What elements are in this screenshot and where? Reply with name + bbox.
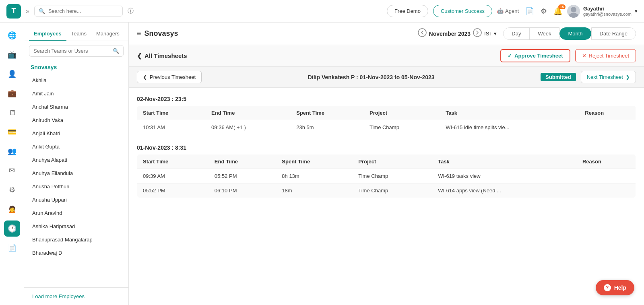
user-list-item[interactable]: Amit Jain: [24, 87, 128, 100]
search-input[interactable]: [48, 8, 118, 14]
svg-point-2: [418, 29, 426, 37]
back-icon: ❮: [137, 52, 142, 60]
next-icon: ❯: [625, 74, 630, 80]
prev-icon: ❮: [143, 74, 147, 80]
prev-timesheet-button[interactable]: ❮ Previous Timesheet: [137, 71, 202, 83]
table-cell-reason: [579, 120, 636, 135]
customer-success-button[interactable]: Customer Success: [433, 5, 492, 17]
sidebar-item-doc[interactable]: 📄: [4, 240, 20, 256]
next-timesheet-button[interactable]: Next Timesheet ❯: [581, 71, 636, 83]
day-label: 02-Nov-2023 : 23:5: [137, 96, 636, 102]
tab-day[interactable]: Day: [503, 27, 529, 40]
load-more-button[interactable]: Load more Employees: [24, 287, 128, 305]
sidebar-item-settings[interactable]: ⚙: [4, 182, 20, 198]
user-sidebar: Employees Teams Managers 🔍 Snovasys Akhi…: [24, 23, 129, 305]
sidebar-item-person[interactable]: 🙍: [4, 201, 20, 217]
table-cell-task: WI-614 apps view (Need ...: [432, 183, 577, 198]
user-search-icon: 🔍: [113, 48, 119, 54]
user-list-item[interactable]: Ashika Hariprasad: [24, 220, 128, 233]
team-label: Snovasys: [24, 61, 128, 74]
timesheet-header: ≡ Snovasys November 2023 IST ▾ Day We: [129, 23, 644, 45]
all-timesheets-link[interactable]: ❮ All Timesheets: [137, 52, 187, 60]
user-dropdown-icon[interactable]: ▾: [635, 8, 638, 14]
table-cell-reason: [577, 183, 636, 198]
brand: ≡ Snovasys: [137, 29, 178, 38]
timezone[interactable]: IST ▾: [484, 31, 497, 37]
timesheet-title: Dilip Venkatesh P : 01-Nov-2023 to 05-No…: [206, 74, 536, 80]
next-month-button[interactable]: [473, 28, 482, 39]
table-header: Project: [364, 106, 440, 120]
sidebar-item-card[interactable]: 💳: [4, 124, 20, 140]
sidebar-item-team[interactable]: 👥: [4, 143, 20, 159]
info-icon[interactable]: ⓘ: [128, 7, 134, 15]
user-list: AkhilaAmit JainAnchal SharmaAnirudh Vaka…: [24, 74, 128, 287]
brand-name: Snovasys: [144, 29, 178, 38]
table-cell-project: Time Champ: [353, 169, 432, 183]
day-label: 01-Nov-2023 : 8:31: [137, 144, 636, 151]
check-icon: ✓: [508, 53, 512, 59]
status-badge: Submitted: [541, 73, 576, 81]
table-header: Start Time: [137, 106, 206, 120]
help-button[interactable]: ? Help: [596, 280, 634, 295]
user-list-item[interactable]: Anjali Khatri: [24, 127, 128, 140]
table-row: 05:52 PM06:10 PM18mTime ChampWI-614 apps…: [137, 183, 636, 198]
user-list-item[interactable]: Akhila: [24, 74, 128, 87]
table-header: End Time: [209, 155, 277, 169]
agent-button[interactable]: 🤖 Agent: [497, 8, 519, 14]
user-list-item[interactable]: Anuhya Alapati: [24, 153, 128, 167]
agent-icon: 🤖: [497, 8, 504, 14]
hamburger-icon[interactable]: ≡: [137, 29, 141, 38]
expand-icon[interactable]: »: [26, 8, 29, 15]
user-menu[interactable]: Gayathri gayathri@snovasys.com ▾: [567, 5, 638, 18]
tab-teams[interactable]: Teams: [66, 27, 91, 41]
current-month: November 2023: [429, 31, 471, 37]
sidebar-item-monitor[interactable]: 🖥: [4, 105, 20, 121]
main-content: ≡ Snovasys November 2023 IST ▾ Day We: [129, 23, 644, 305]
user-search-input[interactable]: [33, 48, 110, 54]
sidebar-item-mail[interactable]: ✉: [4, 163, 20, 179]
tab-week[interactable]: Week: [529, 27, 559, 40]
tab-employees[interactable]: Employees: [29, 27, 66, 41]
view-tabs: Day Week Month Date Range: [503, 27, 636, 40]
prev-month-button[interactable]: [418, 28, 427, 39]
timesheet-tables: 02-Nov-2023 : 23:5Start TimeEnd TimeSpen…: [129, 88, 644, 305]
sidebar-item-user[interactable]: 👤: [4, 66, 20, 82]
user-list-item[interactable]: Bhanuprasad Mangalarap: [24, 233, 128, 246]
user-list-item[interactable]: Anuhya Ellandula: [24, 167, 128, 180]
user-list-item[interactable]: Anusha Uppari: [24, 193, 128, 206]
table-header: Start Time: [137, 155, 209, 169]
free-demo-button[interactable]: Free Demo: [387, 5, 428, 17]
reject-timesheet-button[interactable]: ✕ Reject Timesheet: [575, 49, 636, 62]
sidebar-item-globe[interactable]: 🌐: [4, 27, 20, 43]
table-header: End Time: [206, 106, 291, 120]
svg-point-0: [571, 7, 576, 12]
tab-month[interactable]: Month: [559, 27, 591, 40]
user-list-item[interactable]: Bharadwaj D: [24, 246, 128, 260]
user-list-item[interactable]: Ankit Gupta: [24, 140, 128, 153]
tab-managers[interactable]: Managers: [91, 27, 124, 41]
table-cell-task: WI-615 idle time splits vie...: [440, 120, 579, 135]
table-header: Reason: [577, 155, 636, 169]
user-list-item[interactable]: Arun Aravind: [24, 206, 128, 220]
user-list-item[interactable]: Anusha Potthuri: [24, 180, 128, 193]
sidebar-item-clock[interactable]: 🕐: [4, 221, 20, 237]
day-section: 02-Nov-2023 : 23:5Start TimeEnd TimeSpen…: [137, 96, 636, 135]
global-search[interactable]: 🔍: [34, 6, 123, 16]
tab-date-range[interactable]: Date Range: [591, 27, 636, 40]
document-icon[interactable]: 📄: [525, 7, 534, 16]
table-header: Project: [353, 155, 432, 169]
month-nav: November 2023 IST ▾: [418, 28, 497, 39]
settings-nav-icon[interactable]: ⚙: [541, 7, 547, 16]
day-section: 01-Nov-2023 : 8:31Start TimeEnd TimeSpen…: [137, 144, 636, 198]
notification-icon[interactable]: 🔔 15: [553, 7, 562, 16]
table-cell-project: Time Champ: [353, 183, 432, 198]
sidebar-item-briefcase[interactable]: 💼: [4, 85, 20, 101]
notification-badge: 15: [558, 4, 566, 9]
user-search-box[interactable]: 🔍: [29, 45, 124, 57]
sidebar-item-tv[interactable]: 📺: [4, 47, 20, 63]
user-list-item[interactable]: Anchal Sharma: [24, 100, 128, 113]
user-list-item[interactable]: Anirudh Vaka: [24, 113, 128, 127]
approve-timesheet-button[interactable]: ✓ Approve Timesheet: [500, 49, 570, 62]
svg-point-3: [473, 29, 481, 37]
table-cell-project: Time Champ: [364, 120, 440, 135]
